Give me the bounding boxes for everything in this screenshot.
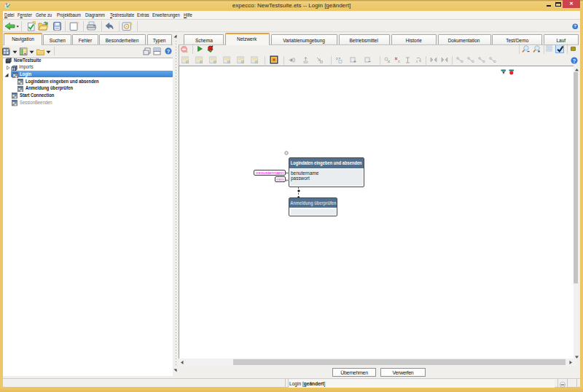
svg-text:?: ? [573, 58, 576, 64]
svg-text:?: ? [167, 48, 171, 55]
svg-text:?: ? [574, 23, 576, 28]
